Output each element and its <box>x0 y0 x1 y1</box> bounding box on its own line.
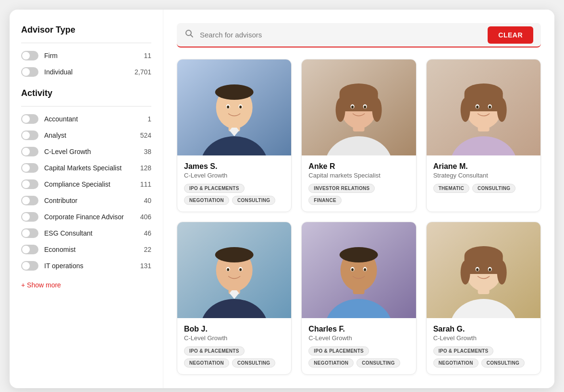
tag: NEGOTIATION <box>308 358 354 368</box>
card-role-sarah: C-Level Growth <box>433 334 534 342</box>
divider-2 <box>21 106 151 107</box>
card-role-bob: C-Level Growth <box>184 334 284 342</box>
card-body-charles: Charles F. C-Level Growth IPO & PLACEMEN… <box>302 318 416 374</box>
activity-row: Analyst 524 <box>21 131 151 140</box>
card-avatar-anke <box>302 59 416 155</box>
activity-label-9: IT operations <box>44 262 135 270</box>
search-icon <box>184 29 194 41</box>
card-name-charles: Charles F. <box>308 325 409 333</box>
card-anke[interactable]: Anke R Capital markets Specialist INVEST… <box>301 59 416 212</box>
activity-count-9: 131 <box>140 262 151 270</box>
activity-toggle-1[interactable] <box>21 131 38 140</box>
activity-count-0: 1 <box>147 115 151 123</box>
tag: THEMATIC <box>433 184 469 193</box>
card-ariane[interactable]: Ariane M. Strategy Consultant THEMATICCO… <box>426 59 541 212</box>
activity-count-8: 22 <box>144 246 151 253</box>
activity-toggle-2[interactable] <box>21 147 38 156</box>
advisor-type-toggle-1[interactable] <box>21 67 38 77</box>
card-charles[interactable]: Charles F. C-Level Growth IPO & PLACEMEN… <box>301 222 416 375</box>
card-name-ariane: Ariane M. <box>433 162 534 171</box>
advisor-type-toggle-0[interactable] <box>21 51 38 60</box>
activity-count-2: 38 <box>144 148 151 155</box>
activity-row: Capital Markets Specialist 128 <box>21 163 151 173</box>
activity-row: IT operations 131 <box>21 261 151 271</box>
activity-row: ESG Consultant 46 <box>21 228 151 238</box>
svg-point-22 <box>351 106 354 108</box>
activity-count-4: 111 <box>140 180 151 188</box>
svg-point-31 <box>497 98 506 122</box>
activity-toggle-8[interactable] <box>21 245 38 254</box>
card-tags-charles: IPO & PLACEMENTSNEGOTIATIONCONSULTING <box>308 346 409 368</box>
card-name-sarah: Sarah G. <box>433 325 534 333</box>
activity-row: Contributor 40 <box>21 196 151 205</box>
card-body-bob: Bob J. C-Level Growth IPO & PLACEMENTSNE… <box>177 318 291 374</box>
svg-point-50 <box>340 247 378 262</box>
svg-point-44 <box>239 268 242 271</box>
activity-toggle-9[interactable] <box>21 261 38 271</box>
activity-toggle-3[interactable] <box>21 163 38 173</box>
activity-label-4: Compliance Specialist <box>44 180 135 188</box>
svg-point-53 <box>351 268 354 271</box>
card-tags-anke: INVESTOR RELATIONSFINANCE <box>308 184 409 205</box>
card-role-james: C-Level Growth <box>184 172 284 179</box>
svg-point-65 <box>476 268 478 271</box>
activity-label-7: ESG Consultant <box>44 229 138 237</box>
activity-toggle-0[interactable] <box>21 114 38 124</box>
card-tags-bob: IPO & PLACEMENTSNEGOTIATIONCONSULTING <box>184 346 284 368</box>
app-container: Advisor Type Firm 11 Individual 2,701 Ac… <box>10 10 554 388</box>
svg-point-34 <box>476 106 478 108</box>
svg-point-18 <box>336 98 345 122</box>
card-body-james: James S. C-Level Growth IPO & PLACEMENTS… <box>177 155 291 212</box>
svg-rect-29 <box>464 92 503 111</box>
card-avatar-sarah <box>427 222 540 318</box>
svg-point-61 <box>460 261 470 285</box>
search-bar: CLEAR <box>177 23 541 48</box>
activity-label-6: Corporate Finance Advisor <box>44 213 135 221</box>
show-more-link[interactable]: + Show more <box>21 281 61 289</box>
tag: CONSULTING <box>232 196 275 205</box>
activity-row: Compliance Specialist 111 <box>21 179 151 189</box>
activity-toggle-6[interactable] <box>21 212 38 222</box>
activity-toggle-4[interactable] <box>21 179 38 189</box>
card-body-sarah: Sarah G. C-Level Growth IPO & PLACEMENTS… <box>427 318 540 374</box>
tag: IPO & PLACEMENTS <box>184 184 245 193</box>
activity-label-2: C-Level Growth <box>44 148 138 155</box>
svg-point-9 <box>227 106 229 108</box>
activity-toggle-5[interactable] <box>21 196 38 205</box>
sidebar: Advisor Type Firm 11 Individual 2,701 Ac… <box>10 10 163 388</box>
card-sarah[interactable]: Sarah G. C-Level Growth IPO & PLACEMENTS… <box>426 222 541 375</box>
main-content: CLEAR <box>163 10 554 388</box>
svg-line-1 <box>191 35 193 37</box>
svg-point-54 <box>364 268 366 271</box>
activity-count-5: 40 <box>144 197 151 204</box>
advisor-type-count-1: 2,701 <box>135 68 151 76</box>
card-role-ariane: Strategy Consultant <box>433 172 534 179</box>
tag: CONSULTING <box>356 358 400 368</box>
advisor-type-row: Firm 11 <box>21 51 151 60</box>
activity-count-6: 406 <box>140 213 151 221</box>
clear-button[interactable]: CLEAR <box>488 26 533 44</box>
activity-label-0: Accountant <box>44 115 142 123</box>
svg-point-40 <box>215 247 254 262</box>
activity-label-5: Contributor <box>44 197 138 204</box>
svg-point-23 <box>364 106 366 108</box>
advisor-type-title: Advisor Type <box>21 25 151 35</box>
search-input[interactable] <box>200 23 488 47</box>
advisor-types-list: Firm 11 Individual 2,701 <box>21 51 151 77</box>
card-avatar-james <box>177 59 291 155</box>
activity-section: Activity Accountant 1 Analyst 524 C-Leve… <box>21 88 151 289</box>
card-tags-sarah: IPO & PLACEMENTSNEGOTIATIONCONSULTING <box>433 346 534 368</box>
svg-point-66 <box>489 268 491 271</box>
svg-point-10 <box>239 106 242 108</box>
card-role-charles: C-Level Growth <box>308 334 409 342</box>
card-body-ariane: Ariane M. Strategy Consultant THEMATICCO… <box>427 155 540 200</box>
activity-toggle-7[interactable] <box>21 228 38 238</box>
svg-point-35 <box>489 106 491 108</box>
tag: NEGOTIATION <box>433 358 478 368</box>
svg-point-30 <box>460 98 470 122</box>
card-bob[interactable]: Bob J. C-Level Growth IPO & PLACEMENTSNE… <box>177 222 292 375</box>
card-james[interactable]: James S. C-Level Growth IPO & PLACEMENTS… <box>177 59 292 212</box>
activity-count-3: 128 <box>140 164 151 172</box>
svg-point-62 <box>497 261 506 285</box>
card-name-james: James S. <box>184 162 284 171</box>
